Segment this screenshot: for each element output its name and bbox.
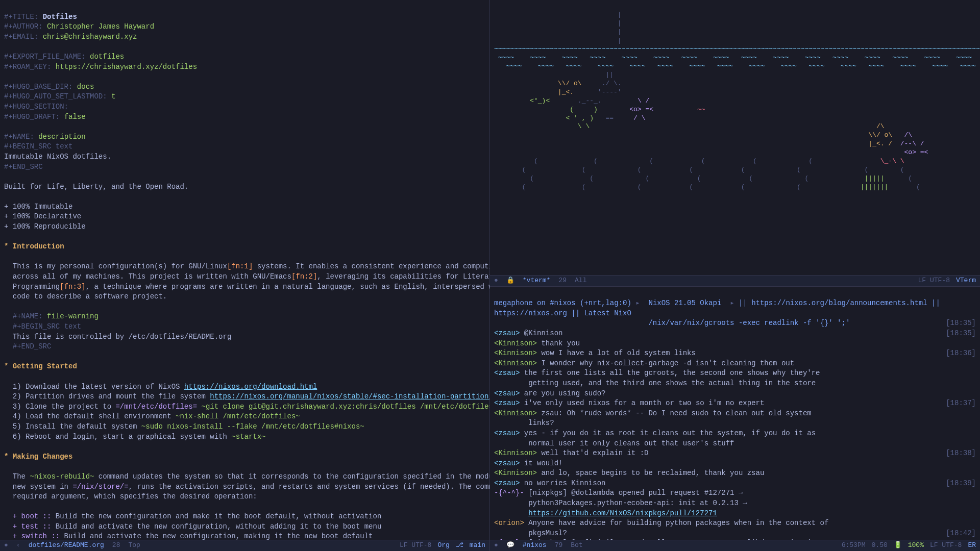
prop-roam-val: https://chrishayward.xyz/dotfiles [56,63,197,71]
timestamp: [18:37] [946,398,976,409]
erc-topic-1: megaphone on #nixos (+nrt,lag:0) [494,299,635,307]
heading-making-changes[interactable]: * Making Changes [4,453,72,461]
ml-enc: LF UTF-8 [400,541,431,550]
bullet-2: + 100% Reproducible [4,222,86,231]
erc-message: normal user it only cleans out that user… [494,439,976,449]
org-buffer[interactable]: #+TITLE: Dotfiles #+AUTHOR: Christopher … [0,0,489,540]
nick: <zsau> [494,399,520,407]
timestamp: [18:39] [946,479,976,489]
modeline-erc[interactable]: ● 💬 #nixos 79 Bot 6:53PM 0.50 🔋 100% LF … [490,540,980,551]
left-window-org[interactable]: #+TITLE: Dotfiles #+AUTHOR: Christopher … [0,0,490,551]
ml-time: 6:53PM [842,541,866,550]
heading-introduction[interactable]: * Introduction [4,242,64,251]
erc-topic-2: NixOS 21.05 Okapi [640,299,730,307]
ml-load: 0.50 [872,541,888,550]
erc-message: <zsau> yes - if you do it as root it cle… [494,429,976,439]
warn-body: This file is controlled by /etc/dotfiles… [13,333,231,341]
gs-3: 3) Clone the project to [4,403,115,411]
msg-text: wow I have a lot of old system links [537,349,696,357]
ml-major-vterm: VTerm [956,276,976,285]
nick: <zsau> [494,389,520,397]
state-icon: ● [494,276,498,285]
ml-loc-erc: Bot [571,541,582,550]
msg-text: yes - if you do it as root it cleans out… [520,429,816,437]
nick: <zsau> [494,329,520,337]
gs-6-cmd: ~startx~ [231,433,265,441]
msg-text: [nixpkgs] @dotlambda opened pull request… [524,489,743,497]
ml-major: Org [437,541,449,550]
modeline-left[interactable]: ● ‹ dotfiles/README.org 28 Top LF UTF-8 … [0,540,489,551]
erc-message: -{^-^}- [nixpkgs] @dotlambda opened pull… [494,488,976,498]
bullet-1: + 100% Declarative [4,212,81,220]
gs-4-cmd: ~nix-shell /mnt/etc/dotfiles~ [176,412,300,420]
ml-batt: 100% [908,541,924,550]
ml-branch: main [470,541,485,550]
erc-message: [18:35]<zsau> @Kinnison [494,329,976,339]
msg-url[interactable]: https://github.com/NixOS/nixpkgs/pull/12… [528,509,717,517]
prop-hugo-draft-key: #+HUGO_DRAFT: [4,113,60,121]
vterm-buffer[interactable]: | | | | ~~~~~~~~~~~~~~~~~~~~~~~~~~~~~~~~… [490,0,980,275]
right-bottom-window-erc[interactable]: megaphone on #nixos (+nrt,lag:0) ▸ NixOS… [490,287,980,551]
right-top-window-vterm[interactable]: | | | | ~~~~~~~~~~~~~~~~~~~~~~~~~~~~~~~~… [490,0,980,287]
prop-export-key: #+EXPORT_FILE_NAME: [4,53,86,61]
gs-2-url[interactable]: https://nixos.org/manual/nixos/stable/#s… [210,392,489,400]
mc-li-2-k: + switch :: [4,532,60,540]
ml-major-erc: ER [968,541,976,550]
battery-icon: 🔋 [894,541,902,550]
nick: -{^-^}- [494,489,524,497]
gs-5-cmd: ~sudo nixos-install --flake /mnt/etc/dot… [141,422,364,431]
nick: <Kinnison> [494,359,537,367]
ml-pos-erc: 79 [555,541,563,550]
erc-message: <Kinnison> zsau: Oh *rude words* -- Do I… [494,409,976,419]
separator-icon-2: ▸ [730,299,734,307]
footnote-1[interactable]: [fn:1] [227,262,253,270]
msg-text: thank you [537,339,580,347]
prop-hugo-section-key: #+HUGO_SECTION: [4,103,68,111]
ml-enc-vterm: LF UTF-8 [918,276,950,285]
prop-hugo-draft-val: false [64,113,86,121]
mc-li-0-k: + boot :: [4,512,51,520]
gs-2: 2) Partition drives and mount the file s… [4,392,210,400]
msg-text: zsau: Oh *rude words* -- Do I need sudo … [537,409,812,417]
chat-icon: 💬 [506,541,514,550]
warn-end-src: #+END_SRC [13,342,52,350]
erc-message: [18:42] pkgsMusl? [494,529,976,539]
lock-icon: 🔒 [506,276,514,285]
msg-text: python3Packages.python-ecobee-api: init … [494,499,747,507]
state-icon-erc: ● [494,541,498,550]
prop-export-val: dotfiles [90,53,124,61]
gs-5: 5) Install the default system [4,422,141,431]
mc-li-0-v: Build the new configuration and make it … [51,512,381,520]
nick: <Kinnison> [494,449,537,457]
intro-l2b: , leveraging its capabilities for Litera… [317,272,489,281]
nick: <Kinnison> [494,469,537,477]
msg-text: Anyone have advice for building python p… [524,519,829,527]
mc-l3: required argument, which specifies the d… [4,492,257,500]
msg-text: I wonder why nix-collect-garbage -d isn'… [537,359,794,367]
nick: <zsau> [494,429,520,437]
gs-1-url[interactable]: https://nixos.org/download.html [184,383,317,391]
timestamp: [18:38] [946,448,976,459]
heading-getting-started[interactable]: * Getting Started [4,362,77,370]
prop-title-val: Dotfiles [43,13,77,21]
footnote-3[interactable]: [fn:3] [60,283,85,291]
msg-text: well that'd explain it :D [537,449,648,457]
ml-file: dotfiles/README.org [29,541,104,550]
erc-message: <Kinnison> and lo, space begins to be re… [494,468,976,479]
begin-src-text: #+BEGIN_SRC text [4,142,72,151]
timestamp: [18:35] [946,329,976,339]
msg-text: getting used, and the third one shows th… [494,379,816,387]
nick: <orion> [494,519,524,527]
ml-loc-vterm: All [575,276,586,285]
erc-message: <zsau> the first one lists all the gcroo… [494,368,976,379]
modeline-vterm[interactable]: ● 🔒 *vterm* 29 All LF UTF-8 VTerm [490,275,980,286]
gs-3-cmd: ~git clone git@git.chrishayward.xyz:chri… [197,403,489,411]
prop-author-key: #+AUTHOR: [4,22,43,31]
erc-buffer[interactable]: megaphone on #nixos (+nrt,lag:0) ▸ NixOS… [490,287,980,540]
footnote-2[interactable]: [fn:2] [291,272,317,281]
intro-l4: code to describe a software project. [4,292,167,300]
erc-message: [18:39]<zsau> no worries Kinnison [494,479,976,489]
warn-begin-src: #+BEGIN_SRC text [13,322,81,331]
ml-buffer-vterm: *vterm* [523,276,551,285]
gs-6: 6) Reboot and login, start a graphical s… [4,433,231,441]
